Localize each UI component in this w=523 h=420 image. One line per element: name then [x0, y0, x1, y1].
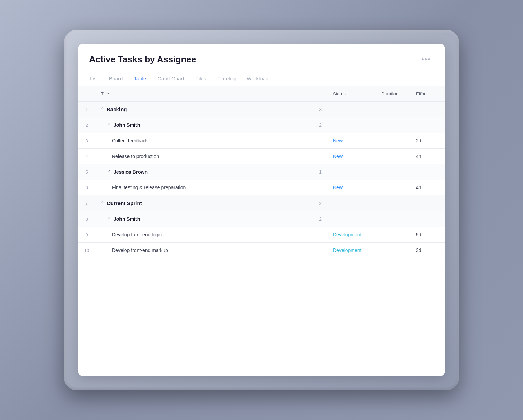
empty-num	[78, 258, 95, 272]
assignee-count: 2	[319, 122, 322, 128]
group-count: 3	[319, 107, 322, 112]
task-effort-cell: 5d	[410, 227, 445, 243]
assignee-name: John Smith	[114, 216, 140, 222]
empty-effort	[410, 258, 445, 272]
main-card: Active Tasks by Assignee ••• List Board …	[78, 44, 445, 376]
task-duration-cell	[376, 243, 410, 258]
tab-files[interactable]: Files	[195, 72, 207, 86]
task-duration-cell	[376, 133, 410, 149]
tabs-nav: List Board Table Gantt Chart Files Timel…	[89, 72, 434, 86]
task-effort-cell: 2d	[410, 133, 445, 149]
task-status-cell: New	[327, 133, 376, 149]
row-num: 9	[78, 227, 95, 243]
table-row: 9 Develop front-end logic Development 5d	[78, 227, 445, 243]
assignee-duration-cell	[376, 117, 410, 133]
col-effort-header: Effort	[410, 86, 445, 102]
chevron-up-icon: ⌃	[108, 123, 111, 128]
col-duration-header: Duration	[376, 86, 410, 102]
col-status-header: Status	[327, 86, 376, 102]
group-count: 2	[319, 201, 322, 206]
assignee-title-cell: ⌃ Jessica Brown 1	[95, 164, 327, 180]
page-title: Active Tasks by Assignee	[89, 54, 196, 65]
row-num: 5	[78, 164, 95, 180]
assignee-title-cell: ⌃ John Smith 2	[95, 211, 327, 227]
device-frame: Active Tasks by Assignee ••• List Board …	[64, 30, 459, 390]
group-status-cell	[327, 195, 376, 211]
assignee-duration-cell	[376, 164, 410, 180]
assignee-count: 1	[319, 169, 322, 175]
tab-timelog[interactable]: Timelog	[216, 72, 236, 86]
table-container: Title Status Duration Effort	[78, 86, 445, 376]
assignee-effort-cell	[410, 117, 445, 133]
group-duration-cell	[376, 195, 410, 211]
table-row	[78, 258, 445, 272]
task-title-cell: Collect feedback	[95, 133, 327, 149]
row-num: 7	[78, 195, 95, 211]
row-num: 8	[78, 211, 95, 227]
task-duration-cell	[376, 227, 410, 243]
tab-board[interactable]: Board	[108, 72, 123, 86]
col-num-header	[78, 86, 95, 102]
task-status-cell: New	[327, 149, 376, 164]
group-title-cell: ⌃ Backlog 3	[95, 102, 327, 117]
table-row: 7 ⌃ Current Sprint 2	[78, 195, 445, 211]
status-badge: New	[333, 154, 343, 159]
assignee-count: 2	[319, 216, 322, 222]
table-row: 1 ⌃ Backlog 3	[78, 102, 445, 117]
card-header: Active Tasks by Assignee ••• List Board …	[78, 44, 445, 86]
empty-status	[327, 258, 376, 272]
tab-list[interactable]: List	[89, 72, 98, 86]
group-status-cell	[327, 102, 376, 117]
table-row: 2 ⌃ John Smith 2	[78, 117, 445, 133]
group-name: Current Sprint	[107, 200, 142, 206]
assignee-effort-cell	[410, 164, 445, 180]
assignee-effort-cell	[410, 211, 445, 227]
task-effort-cell: 4h	[410, 180, 445, 195]
status-badge: New	[333, 138, 343, 143]
row-num: 3	[78, 133, 95, 149]
group-effort-cell	[410, 102, 445, 117]
col-title-header: Title	[95, 86, 327, 102]
task-duration-cell	[376, 149, 410, 164]
table-header-row: Title Status Duration Effort	[78, 86, 445, 102]
task-effort-cell: 3d	[410, 243, 445, 258]
tasks-table: Title Status Duration Effort	[78, 86, 445, 272]
tab-workload[interactable]: Workload	[246, 72, 269, 86]
group-effort-cell	[410, 195, 445, 211]
tab-table[interactable]: Table	[133, 72, 147, 86]
chevron-up-icon: ⌃	[108, 170, 111, 174]
empty-title	[95, 258, 327, 272]
tab-gantt[interactable]: Gantt Chart	[157, 72, 185, 86]
assignee-status-cell	[327, 117, 376, 133]
task-status-cell: New	[327, 180, 376, 195]
chevron-up-icon: ⌃	[108, 217, 111, 221]
chevron-up-icon: ⌃	[101, 201, 104, 205]
task-status-cell: Development	[327, 227, 376, 243]
assignee-title-cell: ⌃ John Smith 2	[95, 117, 327, 133]
task-title-cell: Release to production	[95, 149, 327, 164]
task-status-cell: Development	[327, 243, 376, 258]
more-options-button[interactable]: •••	[418, 53, 434, 65]
task-title-cell: Final testing & release preparation	[95, 180, 327, 195]
group-name: Backlog	[107, 106, 127, 112]
assignee-duration-cell	[376, 211, 410, 227]
table-row: 10 Develop front-end markup Development …	[78, 243, 445, 258]
status-badge: Development	[333, 232, 362, 237]
task-title-cell: Develop front-end markup	[95, 243, 327, 258]
status-badge: Development	[333, 247, 362, 253]
assignee-name: Jessica Brown	[114, 169, 148, 175]
group-duration-cell	[376, 102, 410, 117]
task-duration-cell	[376, 180, 410, 195]
row-num: 10	[78, 243, 95, 258]
table-row: 8 ⌃ John Smith 2	[78, 211, 445, 227]
title-row: Active Tasks by Assignee •••	[89, 53, 434, 65]
group-title-cell: ⌃ Current Sprint 2	[95, 195, 327, 211]
row-num: 1	[78, 102, 95, 117]
table-row: 6 Final testing & release preparation Ne…	[78, 180, 445, 195]
status-badge: New	[333, 185, 343, 190]
assignee-name: John Smith	[114, 122, 140, 128]
table-row: 5 ⌃ Jessica Brown 1	[78, 164, 445, 180]
empty-duration	[376, 258, 410, 272]
assignee-status-cell	[327, 211, 376, 227]
assignee-status-cell	[327, 164, 376, 180]
